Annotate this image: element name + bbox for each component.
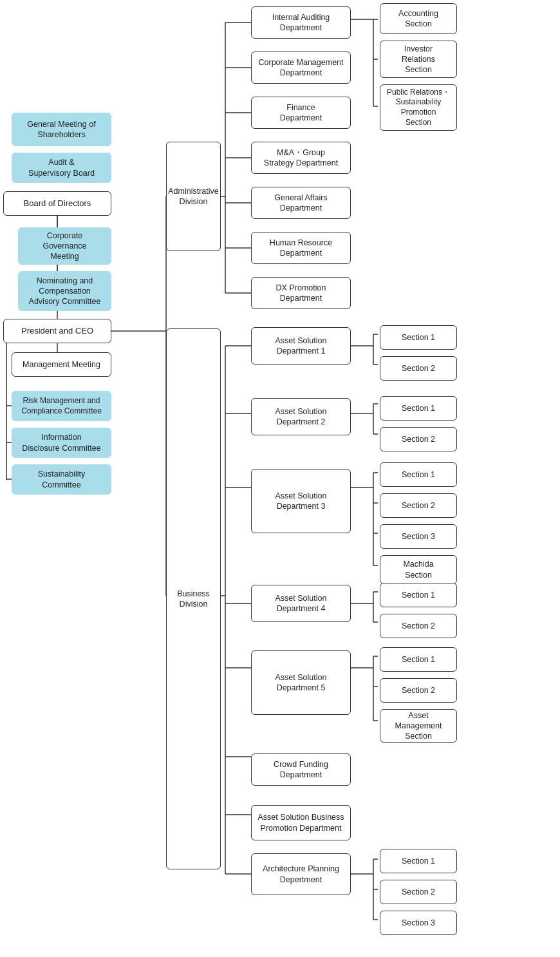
architecture-planning-department: Architecture PlanningDepertment: [251, 853, 351, 895]
public-relations-section: Public Relations・SustainabilityPromotion…: [380, 84, 457, 131]
apd-section2: Section 2: [380, 880, 457, 904]
internal-auditing-department: Internal AuditingDepartment: [251, 6, 351, 39]
asd3-machida-section: MachidaSection: [380, 555, 457, 584]
asd2-section2: Section 2: [380, 427, 457, 451]
human-resource-department: Human ResourceDepartment: [251, 232, 351, 264]
business-division: BusinessDivision: [166, 328, 221, 869]
management-meeting: Management Meeting: [12, 352, 111, 377]
finance-department: FinanceDepartment: [251, 97, 351, 129]
asd5-section1: Section 1: [380, 647, 457, 672]
org-chart: General Meeting ofShareholders Audit &Su…: [0, 0, 560, 26]
audit-supervisory-board: Audit &Supervisory Board: [12, 153, 111, 183]
risk-management-compliance-committee: Risk Management andCompliance Committee: [12, 391, 111, 421]
asd4-section2: Section 2: [380, 614, 457, 638]
asd1-section2: Section 2: [380, 356, 457, 381]
apd-section1: Section 1: [380, 849, 457, 873]
accounting-section: AccountingSection: [380, 3, 457, 34]
nominating-compensation-committee: Nominating andCompensationAdvisory Commi…: [18, 271, 111, 311]
sustainability-committee: SustainabilityCommittee: [12, 464, 111, 495]
asset-solution-dept-1: Asset SolutionDepartment 1: [251, 327, 351, 365]
asd3-section2: Section 2: [380, 493, 457, 518]
ma-group-strategy-department: M&A・GroupStrategy Department: [251, 142, 351, 174]
asd1-section1: Section 1: [380, 325, 457, 350]
president-ceo: President and CEO: [3, 319, 111, 343]
asd5-section2: Section 2: [380, 678, 457, 703]
general-affairs-department: General AffairsDepartment: [251, 187, 351, 219]
corporate-management-department: Corporate ManagementDepartment: [251, 52, 351, 84]
asset-solution-dept-2: Asset SolutionDepartment 2: [251, 398, 351, 435]
board-of-directors: Board of Directors: [3, 191, 111, 216]
crowd-funding-department: Crowd FundingDepartment: [251, 753, 351, 786]
apd-section3: Section 3: [380, 911, 457, 935]
asd3-section3: Section 3: [380, 524, 457, 549]
dx-promotion-department: DX PromotionDepartment: [251, 277, 351, 309]
asd2-section1: Section 1: [380, 396, 457, 421]
asset-solution-dept-4: Asset SolutionDepartment 4: [251, 585, 351, 622]
asset-solution-business-promotion-dept: Asset Solution BusinessPromotion Departm…: [251, 805, 351, 840]
asd4-section1: Section 1: [380, 583, 457, 607]
asd5-asset-management-section: AssetManagementSection: [380, 709, 457, 743]
corporate-governance-meeting: CorporateGovernanceMeeting: [18, 227, 111, 265]
asd3-section1: Section 1: [380, 462, 457, 487]
asset-solution-dept-3: Asset SolutionDepartment 3: [251, 469, 351, 533]
investor-relations-section: InvestorRelationsSection: [380, 41, 457, 78]
general-meeting-shareholders: General Meeting ofShareholders: [12, 113, 111, 146]
information-disclosure-committee: InformationDisclosure Committee: [12, 428, 111, 458]
asset-solution-dept-5: Asset SolutionDepartment 5: [251, 650, 351, 715]
administrative-division: AdministrativeDivision: [166, 142, 221, 251]
